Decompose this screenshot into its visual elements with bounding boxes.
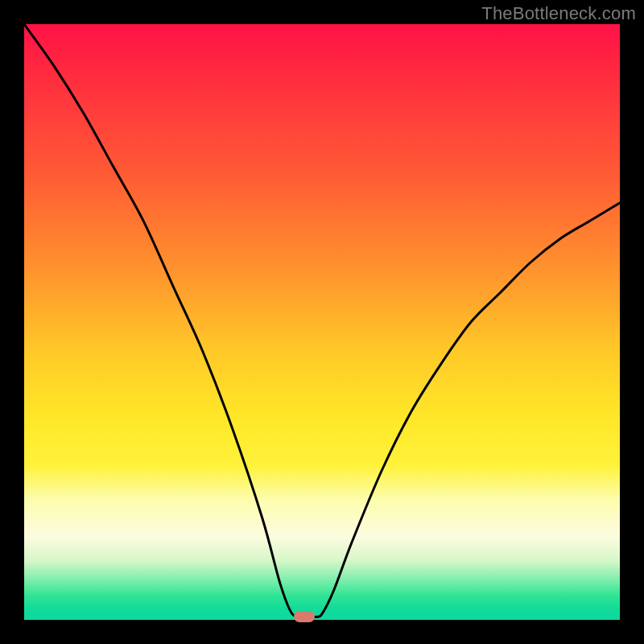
plot-area [24,24,620,620]
chart-frame: TheBottleneck.com [0,0,644,644]
watermark-text: TheBottleneck.com [481,3,636,24]
curve-path [24,24,620,617]
bottleneck-curve [24,24,620,620]
optimum-marker [294,611,315,622]
